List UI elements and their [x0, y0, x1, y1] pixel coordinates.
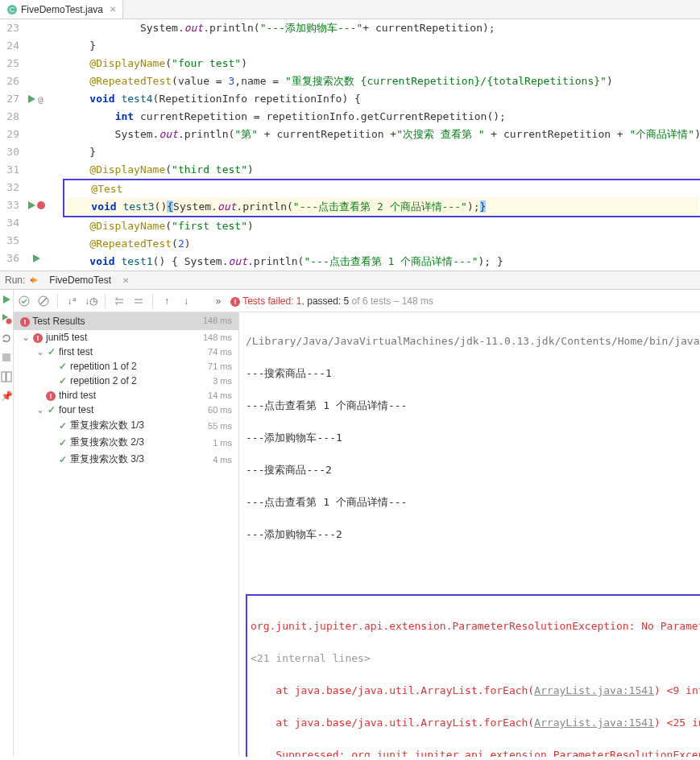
- svg-point-11: [6, 319, 12, 324]
- gutter-blank: [24, 19, 48, 37]
- gutter-blank: [24, 143, 48, 161]
- sort-duration-icon[interactable]: ↓◷: [84, 294, 98, 308]
- sort-alpha-icon[interactable]: ↓ᵃ: [64, 294, 79, 308]
- tree-node-suite[interactable]: ⌄junit5 test 148 ms: [14, 330, 238, 345]
- rerun-icon[interactable]: [0, 293, 13, 306]
- tree-node-rep2[interactable]: repetition 2 of 2 3 ms: [14, 374, 238, 388]
- gutter-blank: [24, 108, 48, 126]
- error-icon: [46, 390, 56, 401]
- svg-text:C: C: [10, 6, 15, 14]
- tree-node-s3[interactable]: 重复搜索次数 3/3 4 ms: [14, 451, 238, 468]
- stack-trace-box: org.junit.jupiter.api.extension.Paramete…: [246, 594, 700, 757]
- run-tool-window-header: Run: FiveDemoTest ✕: [0, 271, 700, 290]
- pass-icon: [59, 375, 67, 386]
- gutter-blank: [24, 126, 48, 143]
- run-label: Run:: [5, 275, 25, 286]
- tree-node-s2[interactable]: 重复搜索次数 2/3 1 ms: [14, 434, 238, 451]
- run-gutter-icon[interactable]: @: [24, 90, 48, 108]
- highlighted-code-box: @Test void test3(){System.out.println("-…: [63, 179, 700, 217]
- gutter-blank: [24, 161, 48, 179]
- code-editor[interactable]: 2324252627282930313233343536 @ System.ou…: [0, 19, 700, 271]
- test-run-icon: [28, 274, 41, 287]
- run-tool-window: 📌 ↓ᵃ ↓◷ ↑ ↓ » Tests failed: 1, passed: 5…: [0, 290, 700, 757]
- svg-point-5: [37, 201, 45, 209]
- pass-icon: [48, 346, 56, 357]
- run-left-toolbar: 📌: [0, 290, 14, 757]
- close-icon[interactable]: ✕: [110, 5, 116, 14]
- editor-tab[interactable]: C FiveDemoTest.java ✕: [0, 0, 123, 19]
- pass-icon: [59, 361, 67, 372]
- pass-icon: [59, 420, 67, 432]
- layout-icon[interactable]: [0, 370, 13, 383]
- tree-node-first-test[interactable]: ⌄first test 74 ms: [14, 345, 238, 359]
- rerun-failed-icon[interactable]: [0, 312, 13, 325]
- tree-node-four-test[interactable]: ⌄four test 60 ms: [14, 403, 238, 417]
- svg-marker-2: [28, 95, 35, 103]
- error-icon: [33, 332, 43, 343]
- java-class-icon: C: [6, 4, 18, 15]
- error-icon: [20, 316, 30, 327]
- svg-marker-4: [28, 201, 35, 209]
- prev-icon[interactable]: ↑: [159, 294, 174, 308]
- stop-icon[interactable]: [0, 351, 13, 364]
- next-icon[interactable]: ↓: [179, 294, 193, 308]
- gutter-blank: [24, 72, 48, 90]
- tree-header[interactable]: Test Results 148 ms: [14, 312, 238, 330]
- svg-text:@: @: [38, 94, 43, 104]
- svg-marker-9: [3, 295, 10, 304]
- tree-node-third-test[interactable]: third test 14 ms: [14, 388, 238, 403]
- show-passed-icon[interactable]: [17, 294, 31, 308]
- console-output[interactable]: /Library/Java/JavaVirtualMachines/jdk-11…: [239, 312, 700, 757]
- svg-marker-6: [33, 254, 40, 262]
- run-config-name[interactable]: FiveDemoTest: [44, 275, 116, 286]
- gutter-blank: [24, 232, 48, 250]
- code-area[interactable]: System.out.println("---添加购物车---"+ curren…: [48, 19, 700, 271]
- pass-icon: [48, 404, 56, 415]
- gutter-blank: [24, 37, 48, 55]
- svg-rect-14: [2, 372, 6, 382]
- stack-link[interactable]: ArrayList.java:1541: [534, 717, 654, 729]
- svg-rect-13: [2, 353, 10, 361]
- editor-gutter: 2324252627282930313233343536 @: [0, 19, 48, 271]
- editor-tab-bar: C FiveDemoTest.java ✕: [0, 0, 700, 19]
- stack-link[interactable]: ArrayList.java:1541: [534, 684, 654, 696]
- gutter-blank: [24, 179, 48, 196]
- test-tree[interactable]: Test Results 148 ms ⌄junit5 test 148 ms …: [14, 312, 239, 757]
- show-ignored-icon[interactable]: [36, 294, 51, 308]
- expand-all-icon[interactable]: [112, 294, 126, 308]
- tree-node-rep1[interactable]: repetition 1 of 2 71 ms: [14, 359, 238, 374]
- test-toolbar: ↓ᵃ ↓◷ ↑ ↓ » Tests failed: 1, passed: 5 o…: [14, 290, 700, 312]
- collapse-all-icon[interactable]: [131, 294, 146, 308]
- tab-label: FiveDemoTest.java: [21, 4, 103, 15]
- test-summary: Tests failed: 1, passed: 5 of 6 tests – …: [230, 295, 433, 307]
- svg-line-18: [40, 298, 47, 304]
- run-gutter-icon[interactable]: [24, 196, 48, 214]
- gutter-blank: [24, 55, 48, 72]
- pass-icon: [59, 454, 67, 465]
- gutter-blank: [24, 214, 48, 232]
- toggle-auto-test-icon[interactable]: [0, 332, 13, 345]
- tree-node-s1[interactable]: 重复搜索次数 1/3 55 ms: [14, 417, 238, 434]
- error-icon: [230, 295, 240, 307]
- svg-rect-15: [6, 372, 11, 382]
- close-run-tab-icon[interactable]: ✕: [122, 276, 129, 285]
- export-icon[interactable]: »: [211, 294, 226, 308]
- pin-icon[interactable]: 📌: [0, 390, 13, 403]
- run-gutter-icon[interactable]: [24, 250, 48, 267]
- pass-icon: [59, 437, 67, 448]
